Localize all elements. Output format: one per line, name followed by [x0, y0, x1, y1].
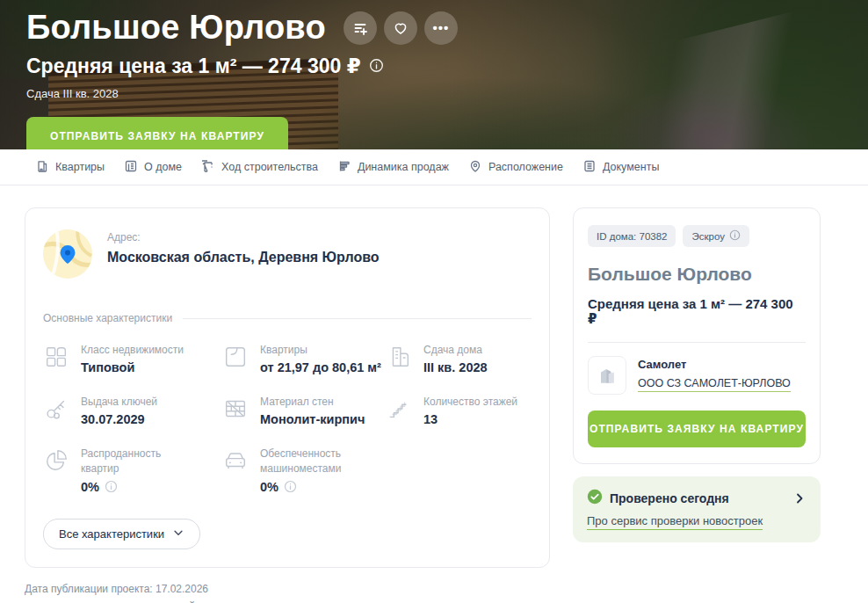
- location-pin-icon: [468, 159, 482, 176]
- verified-check-icon: [587, 489, 603, 508]
- tab-label: О доме: [144, 161, 182, 173]
- developer-entity-link[interactable]: ООО СЗ САМОЛЕТ-ЮРЛОВО: [638, 377, 791, 392]
- stairs-icon: [386, 395, 412, 426]
- escrow-info-icon[interactable]: [729, 229, 741, 243]
- main-characteristics-card: Адрес: Московская область, Деревня Юрлов…: [25, 207, 550, 568]
- favorite-button[interactable]: [384, 11, 417, 45]
- char-apartments-area: Квартиры от 21,97 до 80,61 м²: [222, 343, 386, 374]
- pie-chart-icon: [43, 447, 69, 495]
- address-label: Адрес:: [107, 231, 380, 243]
- compare-add-icon: [352, 20, 368, 36]
- brick-wall-icon: [222, 395, 249, 426]
- car-icon: [222, 447, 249, 495]
- parking-info-icon[interactable]: [284, 479, 297, 496]
- tab-label: Документы: [603, 161, 659, 173]
- sales-chart-icon: [337, 159, 351, 176]
- char-floors-count: Количество этажей 13: [386, 395, 532, 426]
- keys-icon: [43, 395, 69, 426]
- send-application-button-hero[interactable]: ОТПРАВИТЬ ЗАЯВКУ НА КВАРТИРУ: [26, 117, 288, 149]
- average-price: Средняя цена за 1 м² — 274 300 ₽: [26, 54, 361, 78]
- hero-banner: Большое Юрлово: [0, 0, 868, 149]
- more-actions-button[interactable]: •••: [424, 11, 458, 45]
- char-keys-date: Выдача ключей 30.07.2029: [43, 395, 222, 426]
- completion-date: Сдача III кв. 2028: [26, 87, 868, 100]
- summary-price: Средняя цена за 1 м² — 274 300 ₽: [588, 296, 806, 327]
- tab-label: Ход строительства: [221, 161, 318, 173]
- address-value: Московская область, Деревня Юрлово: [107, 250, 380, 265]
- heart-icon: [393, 20, 409, 36]
- char-parking-provision: Обеспеченность машиноместами 0%: [222, 447, 386, 495]
- about-house-icon: [124, 159, 138, 176]
- section-nav: Квартиры О доме Ход строительства Динами…: [0, 149, 868, 185]
- characteristics-section-title: Основные характеристики: [43, 312, 172, 324]
- char-sold-percentage: Распроданность квартир 0%: [43, 447, 222, 495]
- all-characteristics-button[interactable]: Все характеристики: [43, 519, 200, 549]
- tab-apartments[interactable]: Квартиры: [35, 159, 105, 176]
- tab-label: Расположение: [488, 161, 563, 173]
- summary-card: ID дома: 70382 Эскроу Большое Юрлово Сре…: [573, 207, 821, 464]
- chevron-down-icon: [172, 527, 184, 541]
- documents-icon: [582, 159, 597, 176]
- map-thumbnail[interactable]: [43, 229, 92, 279]
- tab-construction-progress[interactable]: Ход строительства: [201, 159, 318, 176]
- tab-about-house[interactable]: О доме: [124, 159, 182, 176]
- general-contractors: Генподрядчики: ООО "ЖИЛСТРОЙ-МО" (ИНН: 5…: [25, 599, 550, 603]
- publication-date: Дата публикации проекта: 17.02.2026: [25, 579, 550, 599]
- tab-location[interactable]: Расположение: [468, 159, 563, 176]
- send-application-button-sidebar[interactable]: ОТПРАВИТЬ ЗАЯВКУ НА КВАРТИРУ: [588, 410, 806, 447]
- char-property-class: Класс недвижимости Типовой: [43, 343, 222, 374]
- sold-info-icon[interactable]: [105, 479, 118, 496]
- developer-logo: [588, 356, 626, 395]
- verification-service-link[interactable]: Про сервис проверки новостроек: [587, 514, 763, 530]
- escrow-badge[interactable]: Эскроу: [683, 225, 749, 247]
- tab-label: Динамика продаж: [358, 161, 449, 173]
- verification-panel[interactable]: Проверено сегодня Про сервис проверки но…: [573, 476, 821, 542]
- divider: [588, 342, 806, 343]
- ellipsis-icon: •••: [432, 20, 449, 35]
- price-info-icon[interactable]: [369, 54, 384, 78]
- summary-title: Большое Юрлово: [588, 264, 806, 285]
- floorplan-icon: [222, 343, 249, 374]
- verified-title: Проверено сегодня: [610, 491, 785, 505]
- project-footnotes: Дата публикации проекта: 17.02.2026 Генп…: [25, 579, 550, 603]
- grid-squares-icon: [43, 343, 69, 374]
- house-id-badge: ID дома: 70382: [588, 225, 676, 247]
- developer-name: Самолет: [638, 358, 791, 371]
- char-wall-material: Материал стен Монолит-кирпич: [222, 395, 386, 426]
- project-title: Большое Юрлово: [26, 9, 326, 47]
- tab-sales-dynamics[interactable]: Динамика продаж: [337, 159, 449, 176]
- add-to-compare-button[interactable]: [344, 11, 377, 45]
- tab-label: Квартиры: [55, 161, 105, 173]
- building-handover-icon: [386, 343, 412, 374]
- characteristics-grid: Класс недвижимости Типовой Квартиры от 2…: [43, 343, 532, 496]
- construction-crane-icon: [201, 159, 215, 176]
- char-handover-date: Сдача дома III кв. 2028: [386, 343, 532, 374]
- section-divider: [183, 318, 532, 319]
- chevron-right-icon[interactable]: [792, 491, 807, 505]
- apartments-icon: [35, 159, 49, 176]
- tab-documents[interactable]: Документы: [582, 159, 659, 176]
